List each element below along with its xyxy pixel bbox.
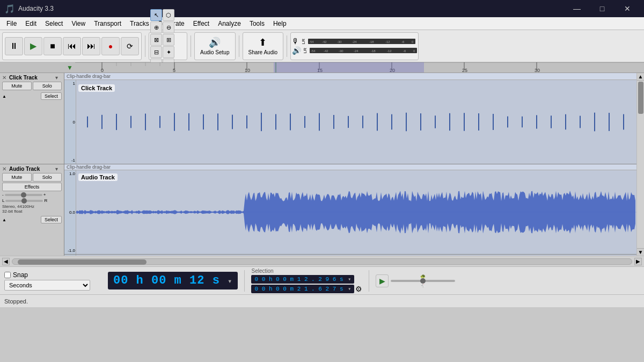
share-audio-label: Share Audio [248,49,278,55]
share-audio-button[interactable]: ⬆ Share Audio [243,32,284,60]
audio-track-effects[interactable]: Effects [2,183,62,191]
time-display-arrow[interactable]: ▾ [228,277,232,286]
click-track-expand[interactable]: ▾ [55,75,62,81]
audio-gain-row: - + [2,192,62,197]
click-track-mute[interactable]: Mute [2,82,32,90]
gain-slider[interactable] [5,194,42,196]
sel-time-2-arrow[interactable]: ▾ [348,286,351,292]
audio-waveform-2[interactable] [76,255,636,256]
audio-track-mute[interactable]: Mute [2,173,32,182]
svg-rect-58 [348,116,349,128]
svg-rect-53 [275,114,276,130]
skip-start-button[interactable]: ⏮ [63,37,81,55]
audio-waveform-1[interactable]: Audio Track [76,170,636,254]
snap-control: Snap [4,271,104,279]
zoom-out-tool[interactable]: ⊖ [163,21,174,33]
playhead-icon: ▼ [67,64,73,71]
minimize-button[interactable]: — [565,0,589,17]
snap-checkbox[interactable] [4,272,11,278]
audio-track: ✕ Audio Track ▾ Mute Solo Effects - + L [0,164,636,256]
vscroll-up-btn[interactable]: ▲ [637,73,644,81]
pan-slider[interactable] [5,200,43,202]
share-audio-icon: ⬆ [259,37,267,48]
ay1-mid: 0.0 [65,210,75,215]
audio-track-y-up: ▲ [2,218,6,222]
svg-rect-66 [464,113,465,131]
zoom-in-tool[interactable]: ⊕ [150,21,162,33]
menu-analyze[interactable]: Analyze [214,19,245,28]
menu-view[interactable]: View [67,19,90,28]
svg-rect-71 [536,115,537,128]
record-meter-icon[interactable]: 🎙 [292,37,299,46]
hscroll-right-btn[interactable]: ▶ [634,258,642,265]
toolbar-sep-1 [145,35,145,57]
audio-track-close[interactable]: ✕ [2,166,9,172]
svg-rect-52 [261,113,262,131]
pause-button[interactable]: ⏸ [5,37,23,55]
audio-track-solo[interactable]: Solo [33,173,62,182]
pan-r: R [44,198,47,203]
audio-track-clip-bar[interactable]: Clip-handle drag-bar [64,164,636,170]
audio-setup-button[interactable]: 🔊 Audio Setup [194,32,236,60]
menu-edit[interactable]: Edit [21,19,41,28]
gain-plus: + [43,192,46,197]
skip-end-button[interactable]: ⏭ [82,37,100,55]
svg-rect-62 [406,113,407,132]
play-meter-icon[interactable]: 🔊 [292,46,301,55]
multi-tool[interactable]: ✦ [163,46,174,58]
svg-text:-54: -54 [311,49,316,53]
audio-track-expand[interactable]: ▾ [55,166,62,172]
svg-rect-49 [217,113,218,130]
zoom-fit-tool[interactable]: ⊠ [150,34,162,46]
svg-text:5: 5 [173,68,175,73]
ruler-content[interactable]: 0 5 10 15 20 25 30 [75,62,644,73]
h-scrollbar-thumb[interactable] [18,259,147,265]
audio-y-axis-2: 1.0 0.0 -1.0 [64,255,76,256]
selection-time-2-row: 0 0 h 0 0 m 2 1 . 6 2 7 s ▾ ⚙ [251,285,362,293]
timeline-ruler: ▼ 0 5 10 15 20 25 30 [0,62,644,73]
close-button[interactable]: ✕ [615,0,640,17]
menu-file[interactable]: File [2,19,21,28]
sel-time-1-arrow[interactable]: ▾ [348,277,351,283]
selection-tool[interactable]: ↖ [150,9,162,21]
envelope-tool[interactable]: ⬡ [163,9,174,21]
click-track-label: Click Track [78,84,115,92]
menu-effect[interactable]: Effect [189,19,214,28]
menu-tools[interactable]: Tools [245,19,269,28]
speed-slider[interactable] [391,280,455,282]
selection-gear-icon[interactable]: ⚙ [355,285,362,293]
hscroll-left-btn[interactable]: ◀ [2,258,10,265]
svg-rect-51 [246,115,247,128]
svg-rect-60 [377,113,378,131]
maximize-button[interactable]: □ [590,0,614,17]
click-track-name: Click Track [9,75,55,81]
speed-max: 🐇 [420,283,426,288]
click-track-clip-bar[interactable]: Clip-handle drag-bar [64,73,636,80]
record-button[interactable]: ● [101,37,120,55]
audio-track-select[interactable]: Select [41,216,62,223]
click-track-solo[interactable]: Solo [33,82,62,90]
svg-rect-72 [551,115,552,128]
click-track-waveform[interactable]: Click Track [76,80,636,164]
svg-rect-44 [145,114,146,131]
vertical-scrollbar[interactable]: ▲ ▼ [636,73,644,256]
vscroll-down-btn[interactable]: ▼ [637,248,644,256]
ay1-top: 1.0 [65,171,75,176]
time-format-dropdown[interactable]: Seconds Minutes hh:mm:ss Samples [4,280,90,291]
play-button[interactable]: ▶ [24,37,42,55]
audio-track-header: ✕ Audio Track ▾ [2,166,62,172]
loop-button[interactable]: ⟳ [121,37,139,55]
play-speed-btn[interactable]: ▶ [376,274,389,287]
click-track-select[interactable]: Select [41,92,62,100]
vscroll-thumb[interactable] [638,82,643,114]
zoom-sel-tool[interactable]: ⊞ [163,34,174,46]
stop-button[interactable]: ■ [43,37,62,55]
title-bar: 🎵 Audacity 3.3 — □ ✕ [0,0,644,17]
menu-help[interactable]: Help [269,19,291,28]
menu-transport[interactable]: Transport [90,19,126,28]
click-track-close[interactable]: ✕ [2,75,9,81]
menu-select[interactable]: Select [41,19,67,28]
zoom-toggle-tool[interactable]: ⊟ [150,46,162,58]
click-track-wave: Clip-handle drag-bar 1 0 -1 Click Track [64,73,636,164]
menu-tracks[interactable]: Tracks [126,19,153,28]
